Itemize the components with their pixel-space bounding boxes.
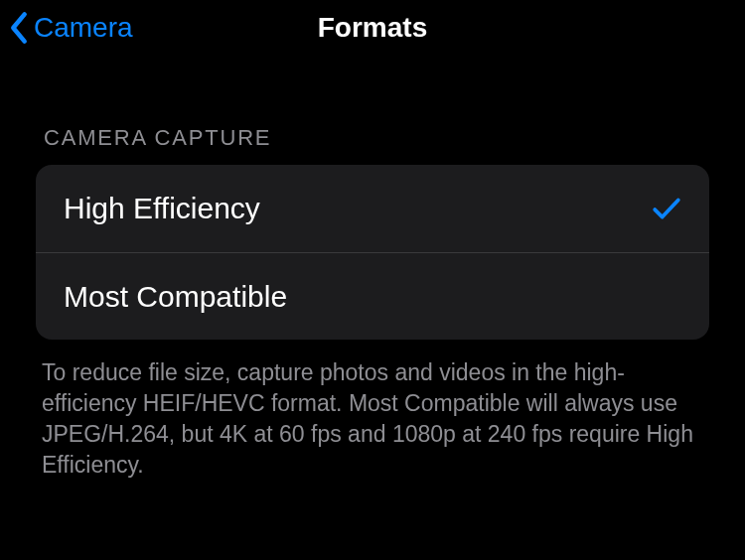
back-button[interactable]: Camera [8,11,133,45]
format-options-list: High Efficiency Most Compatible [36,165,709,340]
page-title: Formats [318,12,427,44]
option-label: High Efficiency [64,192,260,225]
section-camera-capture: CAMERA CAPTURE High Efficiency Most Comp… [0,125,745,481]
chevron-left-icon [8,11,30,45]
option-high-efficiency[interactable]: High Efficiency [36,165,709,252]
section-header: CAMERA CAPTURE [36,125,709,151]
option-label: Most Compatible [64,280,287,314]
section-footer: To reduce file size, capture photos and … [36,357,709,481]
back-label: Camera [34,12,133,44]
checkmark-icon [652,195,681,222]
navbar: Camera Formats [0,0,745,56]
option-most-compatible[interactable]: Most Compatible [36,252,709,340]
